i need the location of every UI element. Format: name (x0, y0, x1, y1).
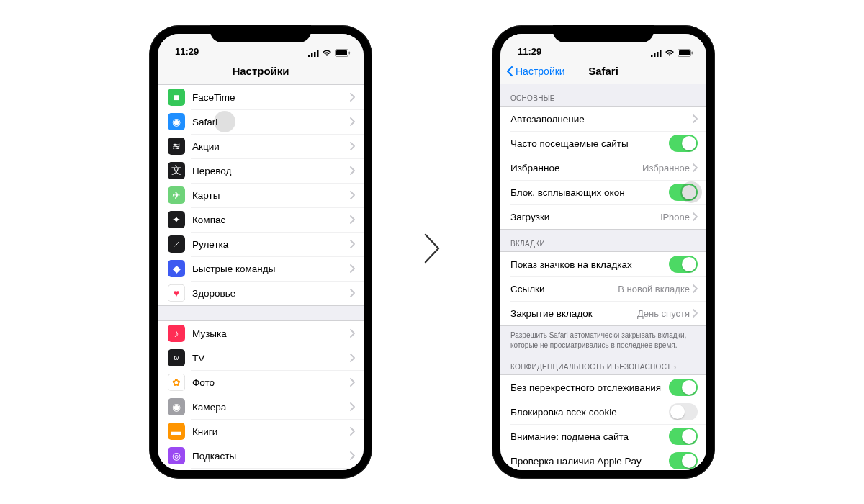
svg-rect-12 (679, 50, 690, 55)
settings-row[interactable]: Автозаполнение (500, 107, 706, 131)
chevron-right-icon (350, 166, 355, 175)
settings-row[interactable]: ◆Быстрые команды (158, 256, 364, 281)
settings-row[interactable]: Внимание: подмена сайта (500, 424, 706, 449)
phone-right: 11:29 Настройки Safari ОСНОВНЫЕАвтозапол… (492, 25, 715, 479)
status-time: 11:29 (518, 46, 541, 57)
row-value: Избранное (642, 163, 690, 174)
screen-left: 11:29 Настройки ■FaceTime◉Safari≋Акции文П… (158, 34, 364, 470)
chevron-right-icon (350, 402, 355, 411)
svg-rect-1 (311, 53, 313, 57)
row-label: TV (192, 353, 350, 364)
chevron-right-icon (350, 451, 355, 460)
chevron-right-icon (693, 163, 698, 172)
settings-row[interactable]: ▬Книги (158, 419, 364, 444)
settings-row[interactable]: ≋Акции (158, 134, 364, 158)
settings-row[interactable]: ✦Компас (158, 207, 364, 232)
battery-icon (335, 49, 351, 57)
row-value: День спустя (637, 308, 690, 319)
app-icon: ♪ (168, 325, 185, 342)
notch (210, 25, 311, 42)
svg-rect-9 (657, 52, 659, 57)
chevron-right-icon (350, 378, 355, 387)
settings-row[interactable]: ■FaceTime (158, 85, 364, 109)
chevron-left-icon (506, 66, 513, 77)
settings-row[interactable]: ♪Музыка (158, 321, 364, 346)
notch (553, 25, 654, 42)
row-label: Блок. всплывающих окон (510, 187, 669, 198)
app-icon: ♥ (168, 284, 185, 302)
settings-row[interactable]: Проверка наличия Apple Pay (500, 449, 706, 470)
settings-list: Показ значков на вкладкахСсылкиВ новой в… (500, 251, 706, 326)
row-label: Внимание: подмена сайта (510, 431, 669, 442)
row-label: Загрузки (510, 212, 661, 222)
settings-row[interactable]: ◎Подкасты (158, 444, 364, 468)
toggle-switch[interactable] (669, 135, 698, 152)
row-value: iPhone (661, 212, 690, 222)
row-label: Часто посещаемые сайты (510, 138, 669, 149)
settings-row[interactable]: ◉Safari (158, 109, 364, 134)
row-label: Рулетка (192, 239, 350, 250)
settings-row[interactable]: Без перекрестного отслеживания (500, 375, 706, 400)
wifi-icon (665, 50, 675, 57)
app-icon: ⟋ (168, 235, 185, 253)
group-header: ВКЛАДКИ (500, 230, 706, 251)
settings-row[interactable]: tvTV (158, 346, 364, 370)
app-icon: ◉ (168, 113, 185, 130)
group-header: КОНФИДЕНЦИАЛЬНОСТЬ И БЕЗОПАСНОСТЬ (500, 353, 706, 374)
settings-list: ♪МузыкаtvTV✿Фото◉Камера▬Книги◎ПодкастыUi… (158, 320, 364, 470)
settings-row[interactable]: ⟋Рулетка (158, 232, 364, 256)
chevron-right-icon (350, 329, 355, 338)
settings-row[interactable]: UiTunes U (158, 468, 364, 470)
page-title: Настройки (232, 65, 289, 77)
content-right[interactable]: ОСНОВНЫЕАвтозаполнениеЧасто посещаемые с… (500, 84, 706, 470)
settings-row[interactable]: Закрытие вкладокДень спустя (500, 301, 706, 325)
signal-icon (651, 50, 662, 57)
content-left[interactable]: ■FaceTime◉Safari≋Акции文Перевод✈Карты✦Ком… (158, 84, 364, 470)
svg-rect-10 (660, 50, 662, 57)
row-label: Карты (192, 190, 350, 201)
status-icons (308, 49, 351, 57)
chevron-right-icon (693, 212, 698, 221)
toggle-switch[interactable] (669, 403, 698, 420)
chevron-right-icon (350, 142, 355, 150)
settings-row[interactable]: 文Перевод (158, 158, 364, 183)
app-icon: ◉ (168, 398, 185, 415)
settings-row[interactable]: ЗагрузкиiPhone (500, 204, 706, 229)
app-icon: ■ (168, 89, 185, 106)
settings-row[interactable]: ✈Карты (158, 183, 364, 207)
toggle-switch[interactable] (669, 379, 698, 396)
row-label: Safari (192, 117, 350, 127)
toggle-switch[interactable] (669, 184, 698, 201)
back-button[interactable]: Настройки (506, 66, 565, 77)
row-label: Фото (192, 377, 350, 388)
row-label: Ссылки (510, 284, 618, 294)
settings-row[interactable]: Блок. всплывающих окон (500, 180, 706, 204)
chevron-right-icon (350, 93, 355, 102)
settings-row[interactable]: ИзбранноеИзбранное (500, 156, 706, 180)
settings-row[interactable]: СсылкиВ новой вкладке (500, 276, 706, 301)
settings-row[interactable]: ♥Здоровье (158, 281, 364, 305)
settings-list: Без перекрестного отслеживанияБлокировка… (500, 374, 706, 470)
status-icons (651, 49, 693, 57)
signal-icon (308, 50, 319, 57)
svg-rect-6 (349, 52, 351, 55)
app-icon: ✦ (168, 211, 185, 228)
row-label: Быстрые команды (192, 264, 350, 274)
row-label: Закрытие вкладок (510, 308, 637, 319)
app-icon: 文 (168, 162, 185, 179)
toggle-switch[interactable] (669, 256, 698, 273)
settings-list: ■FaceTime◉Safari≋Акции文Перевод✈Карты✦Ком… (158, 84, 364, 306)
toggle-switch[interactable] (669, 452, 698, 469)
settings-row[interactable]: Блокировка всех cookie (500, 400, 706, 424)
row-label: Без перекрестного отслеживания (510, 382, 669, 393)
chevron-right-icon (350, 215, 355, 224)
settings-row[interactable]: Показ значков на вкладках (500, 252, 706, 276)
settings-row[interactable]: ◉Камера (158, 395, 364, 419)
status-time: 11:29 (175, 46, 199, 57)
settings-row[interactable]: ✿Фото (158, 370, 364, 395)
toggle-switch[interactable] (669, 428, 698, 445)
settings-row[interactable]: Часто посещаемые сайты (500, 131, 706, 156)
row-label: Компас (192, 215, 350, 225)
svg-rect-3 (317, 50, 319, 57)
group-header: ОСНОВНЫЕ (500, 84, 706, 106)
